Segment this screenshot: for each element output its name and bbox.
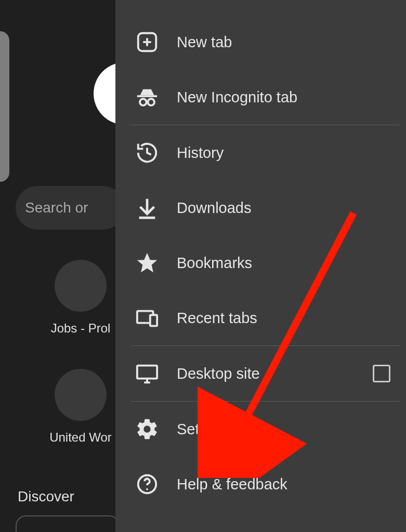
menu-help-feedback[interactable]: Help & feedback — [115, 457, 406, 512]
shortcut-icon — [55, 260, 107, 312]
svg-rect-12 — [137, 366, 157, 379]
menu-label: New tab — [177, 34, 390, 51]
menu-label: Downloads — [177, 200, 390, 217]
desktop-site-checkbox[interactable] — [373, 365, 390, 382]
svg-point-16 — [146, 488, 148, 490]
menu-label: Desktop site — [177, 365, 373, 382]
overflow-menu: New tab New Incognito tab History — [115, 0, 406, 532]
menu-label: Settings — [177, 421, 390, 438]
menu-new-incognito-tab[interactable]: New Incognito tab — [115, 70, 406, 125]
svg-rect-11 — [150, 315, 157, 326]
discover-heading: Discover — [18, 488, 74, 505]
tab-switcher-strip — [0, 31, 9, 182]
devices-icon — [135, 306, 159, 330]
plus-square-icon — [135, 30, 159, 54]
svg-marker-9 — [137, 253, 157, 272]
incognito-icon — [135, 85, 159, 109]
menu-label: New Incognito tab — [177, 89, 390, 106]
menu-label: History — [177, 144, 390, 162]
menu-downloads[interactable]: Downloads — [115, 180, 406, 235]
discover-card — [16, 515, 120, 532]
menu-bookmarks[interactable]: Bookmarks — [115, 235, 406, 290]
menu-label: Help & feedback — [177, 476, 390, 493]
menu-label: Recent tabs — [177, 310, 390, 327]
menu-recent-tabs[interactable]: Recent tabs — [115, 290, 406, 345]
gear-icon — [135, 417, 159, 441]
help-circle-icon — [135, 472, 159, 496]
site-shortcut[interactable]: United Wor — [47, 369, 114, 445]
site-shortcut[interactable]: Jobs - Prol — [47, 260, 114, 336]
shortcut-icon — [55, 369, 107, 421]
svg-point-5 — [148, 99, 154, 105]
menu-desktop-site[interactable]: Desktop site — [115, 346, 406, 401]
svg-point-4 — [140, 99, 147, 105]
monitor-icon — [135, 362, 159, 385]
history-icon — [135, 141, 159, 165]
download-icon — [135, 196, 159, 220]
menu-label: Bookmarks — [177, 255, 390, 272]
menu-new-tab[interactable]: New tab — [115, 15, 406, 70]
menu-history[interactable]: History — [115, 125, 406, 180]
shortcut-label: Jobs - Prol — [47, 321, 114, 336]
star-icon — [135, 251, 159, 275]
shortcut-label: United Wor — [47, 430, 114, 445]
menu-settings[interactable]: Settings — [115, 402, 406, 457]
search-bar[interactable]: Search or — [16, 186, 125, 230]
search-placeholder: Search or — [25, 200, 88, 216]
